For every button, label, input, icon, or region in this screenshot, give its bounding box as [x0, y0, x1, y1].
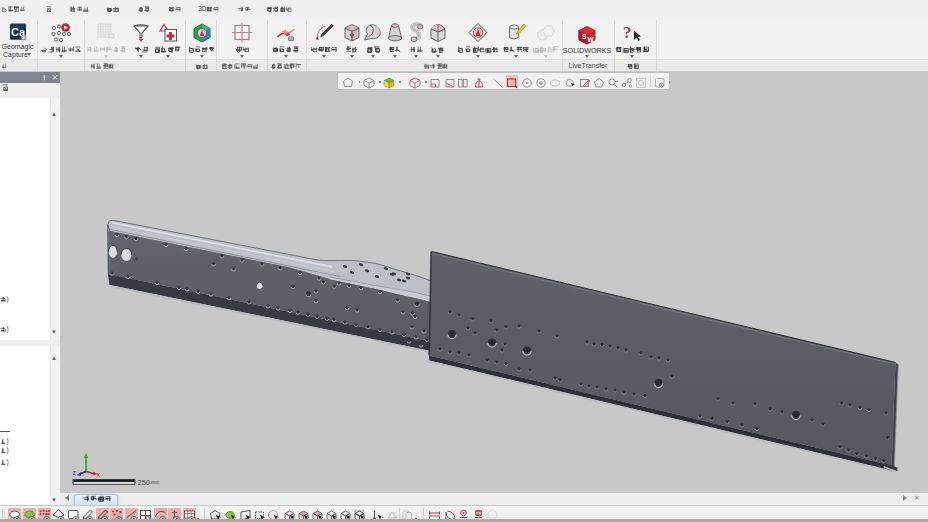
- svg-text:W: W: [588, 36, 595, 43]
- svg-text:mm: mm: [151, 479, 159, 485]
- svg-text:250: 250: [138, 478, 151, 487]
- svg-text:x: x: [97, 471, 101, 478]
- svg-text:?: ?: [623, 23, 632, 42]
- svg-text:z: z: [73, 469, 77, 476]
- svg-text:S: S: [582, 33, 587, 40]
